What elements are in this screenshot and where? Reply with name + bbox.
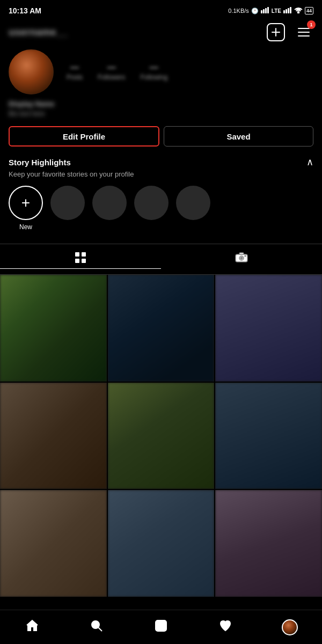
status-icons: 0.1KB/s 🕐 LTE 44 bbox=[228, 7, 313, 14]
new-highlight-label: New bbox=[19, 223, 32, 231]
status-bar: 10:13 AM 0.1KB/s 🕐 LTE 44 bbox=[0, 0, 322, 19]
followers-label: Followers bbox=[98, 74, 125, 81]
svg-rect-4 bbox=[283, 10, 285, 13]
reels-tab[interactable] bbox=[161, 250, 322, 269]
photo-thumbnail-7 bbox=[0, 490, 107, 597]
photo-thumbnail-8 bbox=[108, 490, 215, 597]
svg-rect-9 bbox=[75, 252, 79, 257]
following-stat[interactable]: — Following bbox=[140, 63, 167, 81]
grid-icon bbox=[75, 252, 86, 266]
profile-username: username__ bbox=[9, 27, 68, 38]
svg-rect-10 bbox=[82, 252, 86, 257]
svg-rect-6 bbox=[288, 8, 289, 13]
svg-point-22 bbox=[160, 625, 162, 626]
camera-icon bbox=[235, 252, 248, 266]
edit-profile-button[interactable]: Edit Profile bbox=[9, 126, 159, 147]
menu-button[interactable]: 1 bbox=[294, 23, 313, 42]
add-icon bbox=[267, 23, 285, 41]
svg-rect-2 bbox=[265, 8, 267, 13]
highlights-subtitle: Keep your favorite stories on your profi… bbox=[9, 170, 313, 178]
photo-thumbnail-1 bbox=[0, 275, 107, 382]
grid-photo-9[interactable] bbox=[215, 490, 322, 597]
svg-point-15 bbox=[240, 257, 243, 259]
avatar-image bbox=[9, 49, 54, 94]
svg-rect-12 bbox=[82, 259, 86, 263]
add-post-button[interactable] bbox=[266, 23, 286, 42]
photo-thumbnail-5 bbox=[108, 383, 215, 489]
notification-badge: 1 bbox=[307, 20, 316, 29]
top-navigation: username__ 1 bbox=[0, 19, 322, 45]
heart-icon bbox=[219, 619, 232, 635]
profile-section: — Posts — Followers — Following Display … bbox=[0, 45, 322, 124]
nav-heart[interactable] bbox=[193, 610, 258, 644]
following-count: — bbox=[150, 63, 158, 72]
posts-stat: — Posts bbox=[67, 63, 83, 81]
photo-thumbnail-2 bbox=[108, 275, 215, 382]
svg-rect-7 bbox=[290, 7, 291, 13]
highlights-header: Story Highlights ∧ bbox=[9, 156, 313, 168]
grid-tab[interactable] bbox=[0, 250, 161, 269]
profile-bio: Bio text here bbox=[9, 110, 313, 118]
nav-profile[interactable] bbox=[258, 610, 322, 644]
svg-rect-1 bbox=[263, 9, 265, 13]
photo-thumbnail-4 bbox=[0, 383, 107, 489]
profile-info: Display Name Bio text here bbox=[9, 100, 313, 118]
bottom-navigation bbox=[0, 610, 322, 644]
signal-icon-2 bbox=[283, 7, 292, 14]
grid-photo-3[interactable] bbox=[215, 275, 322, 382]
svg-point-18 bbox=[92, 621, 99, 628]
grid-photo-5[interactable] bbox=[108, 383, 215, 489]
grid-photo-8[interactable] bbox=[108, 490, 215, 597]
highlight-item-1[interactable] bbox=[50, 186, 85, 220]
svg-rect-11 bbox=[75, 259, 79, 263]
highlight-circle-3 bbox=[134, 186, 169, 220]
svg-point-17 bbox=[245, 255, 246, 257]
profile-name: Display Name bbox=[9, 100, 313, 108]
grid-photo-1[interactable] bbox=[0, 275, 107, 382]
profile-stats: — Posts — Followers — Following bbox=[67, 63, 313, 81]
chevron-up-icon[interactable]: ∧ bbox=[306, 156, 313, 168]
svg-rect-3 bbox=[267, 7, 269, 13]
search-icon bbox=[90, 619, 103, 635]
wifi-icon bbox=[294, 7, 303, 14]
saved-button[interactable]: Saved bbox=[164, 126, 313, 147]
profile-avatar-nav bbox=[282, 619, 298, 635]
battery-icon: 44 bbox=[305, 7, 313, 14]
status-time: 10:13 AM bbox=[9, 6, 41, 15]
profile-top: — Posts — Followers — Following bbox=[9, 49, 313, 94]
grid-photo-7[interactable] bbox=[0, 490, 107, 597]
plus-icon: + bbox=[21, 195, 30, 210]
svg-rect-16 bbox=[239, 253, 244, 254]
home-icon bbox=[25, 619, 39, 636]
nav-search[interactable] bbox=[64, 610, 129, 644]
highlight-item-3[interactable] bbox=[134, 186, 169, 220]
highlight-circle-4 bbox=[176, 186, 210, 220]
grid-photo-6[interactable] bbox=[215, 383, 322, 489]
followers-stat[interactable]: — Followers bbox=[98, 63, 125, 81]
svg-line-19 bbox=[99, 627, 103, 631]
posts-label: Posts bbox=[67, 74, 83, 81]
photo-grid bbox=[0, 275, 322, 597]
clock-icon: 🕐 bbox=[251, 8, 259, 14]
nav-reels[interactable] bbox=[129, 610, 193, 644]
avatar[interactable] bbox=[9, 49, 54, 94]
highlight-circle-2 bbox=[92, 186, 127, 220]
highlight-item-4[interactable] bbox=[176, 186, 210, 220]
hamburger-icon bbox=[298, 28, 310, 36]
following-label: Following bbox=[140, 74, 167, 81]
highlight-circle-1 bbox=[50, 186, 85, 220]
highlight-item-2[interactable] bbox=[92, 186, 127, 220]
new-highlight-circle: + bbox=[9, 186, 43, 220]
new-highlight-button[interactable]: + New bbox=[9, 186, 43, 231]
photo-thumbnail-9 bbox=[215, 490, 322, 597]
grid-photo-2[interactable] bbox=[108, 275, 215, 382]
grid-photo-4[interactable] bbox=[0, 383, 107, 489]
nav-home[interactable] bbox=[0, 610, 64, 644]
highlights-list: + New bbox=[9, 186, 313, 231]
photo-thumbnail-6 bbox=[215, 383, 322, 489]
content-tab-bar bbox=[0, 244, 322, 275]
signal-icon bbox=[261, 7, 269, 14]
reels-icon bbox=[155, 619, 167, 635]
highlights-title: Story Highlights bbox=[9, 158, 71, 167]
lte-icon: LTE bbox=[272, 8, 281, 14]
